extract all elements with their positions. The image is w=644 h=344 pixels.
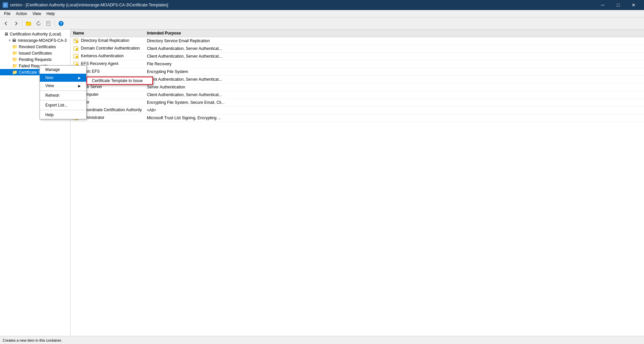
svg-text:?: ? <box>60 22 62 25</box>
folder-icon-templates: 📁 <box>12 70 17 75</box>
ctx-refresh[interactable]: Refresh <box>40 91 86 99</box>
folder-icon-failed: 📁 <box>12 63 17 68</box>
table-row[interactable]: Computer Client Authentication, Server A… <box>70 91 644 99</box>
computer-icon: 🖥 <box>4 31 8 37</box>
svg-rect-4 <box>47 21 50 25</box>
tree-root[interactable]: 🖥 Certification Authority (Local) <box>0 31 70 37</box>
menu-bar: File Action View Help <box>0 10 644 17</box>
submenu-cert-template[interactable]: Certificate Template to Issue <box>87 77 153 85</box>
row-purpose: Encrypting File System <box>147 69 641 74</box>
svg-point-16 <box>76 56 78 58</box>
ctx-manage[interactable]: Manage <box>40 66 86 74</box>
ca-icon: 🏛 <box>12 38 16 43</box>
table-row[interactable]: EFS Recovery Agent File Recovery <box>70 60 644 68</box>
row-purpose: Directory Service Email Replication <box>147 39 641 43</box>
ctx-new[interactable]: New ▶ <box>40 74 86 82</box>
table-row[interactable]: Kerberos Authentication Client Authentic… <box>70 53 644 60</box>
ctx-separator-2 <box>40 100 86 100</box>
menu-help[interactable]: Help <box>44 11 58 17</box>
status-text: Creates a new item in this container. <box>3 338 62 342</box>
back-button[interactable] <box>1 19 11 28</box>
ctx-view[interactable]: View ▶ <box>40 82 86 90</box>
title-bar: C certsrv - [Certification Authority (Lo… <box>0 0 644 10</box>
row-name: Domain Controller Authentication <box>73 46 147 51</box>
tree-pending[interactable]: 📁 Pending Requests <box>0 56 70 63</box>
export-button[interactable] <box>44 19 53 28</box>
row-name: Kerberos Authentication <box>73 54 147 59</box>
view-arrow: ▶ <box>78 84 81 88</box>
table-row[interactable]: Subordinate Certification Authority <All… <box>70 107 644 114</box>
window-controls: ─ □ ✕ <box>595 0 641 10</box>
table-row[interactable]: Domain Controller Authentication Client … <box>70 45 644 53</box>
row-purpose: File Recovery <box>147 62 641 66</box>
menu-action[interactable]: Action <box>13 11 30 17</box>
row-purpose: Server Authentication <box>147 85 641 89</box>
svg-point-14 <box>76 48 78 50</box>
table-row[interactable]: Domain Controller Client Authentication,… <box>70 76 644 83</box>
help-toolbar-button[interactable]: ? <box>56 19 66 28</box>
folder-icon-issued: 📁 <box>12 51 17 56</box>
app-icon: C <box>3 2 8 8</box>
forward-button[interactable] <box>11 19 21 28</box>
toolbar: ? <box>0 17 644 29</box>
row-name: Directory Email Replication <box>73 38 147 44</box>
table-row[interactable]: Directory Email Replication Directory Se… <box>70 37 644 45</box>
table-row[interactable]: User Encrypting File System, Secure Emai… <box>70 99 644 107</box>
close-button[interactable]: ✕ <box>626 0 641 10</box>
menu-view[interactable]: View <box>30 11 44 17</box>
ctx-separator-1 <box>40 90 86 91</box>
context-menu: Manage New ▶ View ▶ Refresh Export List.… <box>40 65 87 119</box>
status-bar: Creates a new item in this container. <box>0 336 644 344</box>
table-row[interactable]: Web Server Server Authentication <box>70 83 644 91</box>
refresh-button[interactable] <box>34 19 43 28</box>
ctx-separator-3 <box>40 110 86 110</box>
row-purpose: Client Authentication, Server Authentica… <box>147 54 641 59</box>
tree-issued[interactable]: 📁 Issued Certificates <box>0 50 70 56</box>
expand-icon: ▼ <box>8 39 11 42</box>
row-purpose: Client Authentication, Server Authentica… <box>147 77 641 82</box>
main-area: 🖥 Certification Authority (Local) ▼ 🏛 mi… <box>0 29 644 336</box>
row-purpose: Encrypting File System, Secure Email, Cl… <box>147 100 641 105</box>
col-purpose-header: Intended Purpose <box>147 31 641 36</box>
ctx-help[interactable]: Help <box>40 111 86 119</box>
table-row[interactable]: Administrator Microsoft Trust List Signi… <box>70 114 644 122</box>
svg-rect-3 <box>26 22 28 23</box>
tree-revoked[interactable]: 📁 Revoked Certificates <box>0 44 70 50</box>
row-purpose: Client Authentication, Server Authentica… <box>147 46 641 51</box>
row-purpose: <All> <box>147 108 641 113</box>
toolbar-separator-2 <box>55 20 55 27</box>
ctx-export[interactable]: Export List... <box>40 101 86 109</box>
table-row[interactable]: Basic EFS Encrypting File System <box>70 68 644 76</box>
svg-text:C: C <box>4 4 6 7</box>
window-title: certsrv - [Certification Authority (Loca… <box>10 3 168 7</box>
tree-ca-node[interactable]: ▼ 🏛 miniorange-MOADFS-CA-3 <box>0 37 70 44</box>
row-purpose: Microsoft Trust List Signing, Encrypting… <box>147 116 641 120</box>
minimize-button[interactable]: ─ <box>595 0 610 10</box>
toolbar-separator-1 <box>22 20 22 27</box>
open-button[interactable] <box>24 19 33 28</box>
maximize-button[interactable]: □ <box>610 0 626 10</box>
row-purpose: Client Authentication, Server Authentica… <box>147 92 641 97</box>
col-name-header: Name <box>73 31 147 36</box>
list-header: Name Intended Purpose <box>70 29 644 37</box>
submenu-arrow: ▶ <box>78 76 81 80</box>
content-panel: Name Intended Purpose Directory Email Re… <box>70 29 644 336</box>
submenu: Certificate Template to Issue <box>86 76 153 85</box>
svg-point-12 <box>76 41 78 43</box>
folder-icon-pending: 📁 <box>12 57 17 62</box>
folder-icon-revoked: 📁 <box>12 44 17 49</box>
menu-file[interactable]: File <box>1 11 13 17</box>
svg-rect-10 <box>74 40 76 40</box>
